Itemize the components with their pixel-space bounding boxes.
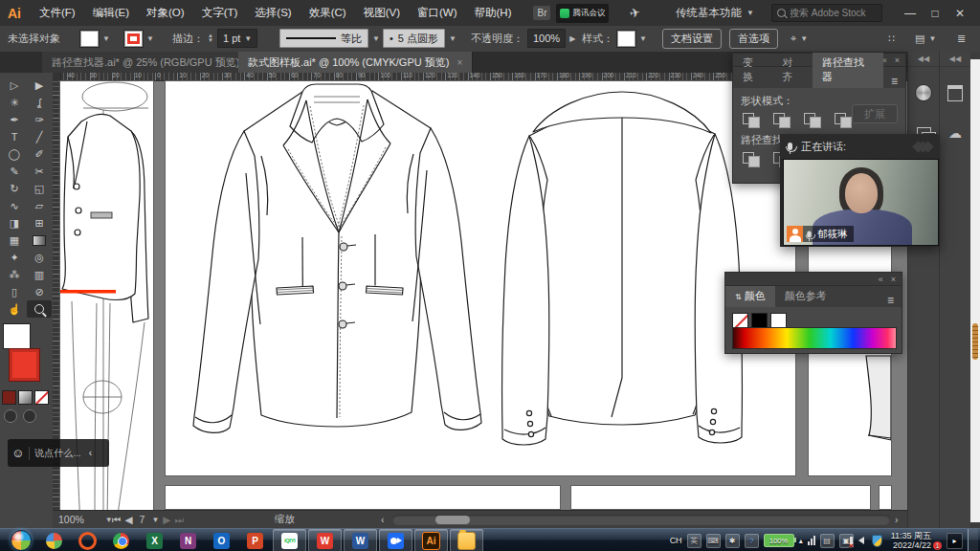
lasso-tool[interactable]: ʆ	[27, 94, 52, 111]
expand-dock-icon[interactable]: ◀◀	[908, 52, 939, 67]
tab-align[interactable]: 对齐	[773, 53, 813, 88]
hscroll-right-arrow[interactable]: ›	[895, 511, 899, 528]
rotate-tool[interactable]: ↻	[2, 180, 27, 197]
chevron-right-icon[interactable]: ▶	[569, 34, 575, 43]
minus-front-button[interactable]	[772, 111, 793, 127]
menu-file[interactable]: 文件(F)	[31, 6, 84, 20]
perspective-grid-tool[interactable]: ⊞	[27, 214, 52, 231]
excel-taskbar-button[interactable]: X	[139, 530, 170, 551]
tab-color[interactable]: ⇅ 颜色	[725, 286, 775, 307]
fill-swatch[interactable]	[80, 31, 99, 47]
opacity-value[interactable]: 100%	[527, 29, 566, 48]
stroke-color-indicator[interactable]	[9, 348, 40, 382]
zoom-tool[interactable]	[27, 300, 52, 318]
menu-select[interactable]: 选择(S)	[246, 6, 300, 20]
help-icon[interactable]: ?	[745, 534, 759, 548]
edge-scrollbar-thumb[interactable]	[972, 323, 978, 360]
panel-menu-icon[interactable]: ≡	[883, 75, 905, 88]
hand-tool[interactable]: ☝	[2, 300, 27, 318]
paintbrush-tool[interactable]: ✐	[27, 145, 52, 163]
minimize-button[interactable]: —	[898, 7, 923, 20]
workspace-switcher[interactable]: 传统基本功能 ▼	[676, 6, 754, 20]
gradient-tool[interactable]	[27, 231, 52, 249]
collapse-panel-icon[interactable]: «	[879, 275, 883, 284]
onenote-taskbar-button[interactable]: N	[172, 530, 204, 551]
ellipse-tool[interactable]: ◯	[2, 145, 27, 163]
language-indicator[interactable]: CH	[670, 536, 682, 545]
security-shield-icon[interactable]	[872, 535, 882, 547]
magic-wand-tool[interactable]: ✳	[2, 94, 27, 111]
show-desktop-button[interactable]	[968, 529, 978, 551]
scale-tool[interactable]: ◱	[27, 180, 52, 197]
stroke-stepper[interactable]: ▲▼	[208, 33, 213, 43]
chat-input-placeholder[interactable]: 说点什么...	[34, 447, 80, 460]
blend-tool[interactable]: ◎	[27, 249, 52, 266]
doc-tab-pathfinder[interactable]: 路径查找器.ai* @ 25% (RGB/GPU 预览) ×	[42, 52, 263, 73]
network-icon[interactable]	[808, 536, 815, 545]
shape-builder-tool[interactable]: ◨	[2, 214, 27, 231]
document-layout-icon[interactable]: ▤▼	[915, 26, 936, 51]
style-swatch[interactable]	[617, 31, 635, 47]
pointer-options[interactable]: ⌖ ▼	[791, 26, 808, 51]
none-mode-button[interactable]	[34, 390, 49, 405]
outlook-taskbar-button[interactable]: O	[206, 530, 237, 551]
doc-tab-template[interactable]: 款式图样板.ai* @ 100% (CMYK/GPU 预览) ×	[238, 52, 473, 73]
creative-cloud-icon[interactable]: ☁	[940, 119, 970, 147]
horizontal-scrollbar[interactable]	[392, 515, 890, 525]
document-setup-button[interactable]: 文档设置	[662, 26, 722, 51]
close-icon[interactable]: ×	[457, 57, 462, 68]
chrome-taskbar-button[interactable]	[105, 530, 137, 551]
panel-menu-icon[interactable]: ≣	[957, 26, 966, 51]
search-app-taskbar-button[interactable]	[72, 530, 103, 551]
free-transform-tool[interactable]: ▱	[27, 197, 52, 214]
next-artboard-button[interactable]: ▶	[163, 514, 170, 525]
expand-button[interactable]: 扩展	[852, 104, 898, 123]
fill-color-indicator[interactable]	[3, 323, 31, 349]
fill-color-control[interactable]: ▼	[80, 26, 110, 51]
tab-transform[interactable]: 变换	[733, 53, 773, 88]
color-mode-button[interactable]	[2, 390, 16, 405]
prev-artboard-button[interactable]: ◀	[124, 514, 132, 525]
close-panel-icon[interactable]: ×	[891, 275, 896, 284]
menu-effect[interactable]: 效果(C)	[301, 6, 355, 20]
width-tool[interactable]: ∿	[2, 197, 27, 214]
stroke-swatch[interactable]	[124, 31, 143, 47]
bridge-button[interactable]: Br	[533, 6, 550, 20]
arrange-documents-icon[interactable]: ∷	[888, 26, 895, 51]
volume-icon[interactable]	[858, 537, 864, 544]
edge-scrollbar-track[interactable]	[970, 59, 980, 522]
menu-help[interactable]: 帮助(H)	[466, 6, 521, 20]
iqiyi-taskbar-button[interactable]: iQIYI	[273, 529, 306, 551]
360-suite-taskbar-button[interactable]	[38, 530, 70, 551]
menu-edit[interactable]: 编辑(E)	[84, 6, 138, 20]
stroke-profile-dropdown[interactable]: 等比 ▼	[279, 26, 380, 51]
color-spectrum-bar[interactable]	[732, 327, 897, 349]
divide-button[interactable]	[742, 150, 763, 166]
collapse-chat-icon[interactable]: ‹	[86, 448, 95, 458]
symbol-sprayer-tool[interactable]: ⁂	[2, 266, 27, 283]
expand-dock-icon[interactable]: ◀◀	[940, 52, 970, 67]
draw-behind-button[interactable]	[23, 409, 36, 423]
word-taskbar-button[interactable]: W	[344, 529, 377, 551]
tencent-meeting-taskbar-button[interactable]	[379, 529, 412, 551]
printer-icon[interactable]: ▤	[820, 534, 835, 548]
menu-object[interactable]: 对象(O)	[138, 6, 193, 20]
start-taskbar-button[interactable]	[5, 530, 36, 551]
selection-tool[interactable]: ▷	[2, 77, 27, 94]
mesh-tool[interactable]: ▦	[2, 231, 27, 249]
libraries-panel-dock-icon[interactable]	[940, 78, 970, 107]
stock-search-input[interactable]: 搜索 Adobe Stock	[771, 4, 882, 22]
slice-tool[interactable]: ⊘	[27, 283, 52, 300]
unite-button[interactable]	[742, 111, 763, 127]
illustrator-taskbar-button[interactable]: Ai	[414, 529, 448, 551]
preferences-button[interactable]: 首选项	[729, 26, 778, 51]
menu-view[interactable]: 视图(V)	[355, 6, 409, 20]
pencil-tool[interactable]: ✎	[2, 163, 27, 180]
intersect-button[interactable]	[803, 111, 824, 127]
draw-normal-button[interactable]	[4, 409, 17, 423]
close-button[interactable]: ✕	[947, 7, 972, 20]
gradient-mode-button[interactable]	[18, 390, 33, 405]
meeting-mini-widget[interactable]: 腾讯会议	[556, 4, 609, 23]
eyedropper-tool[interactable]: ✦	[2, 249, 27, 266]
graph-tool[interactable]: ▥	[27, 266, 52, 283]
